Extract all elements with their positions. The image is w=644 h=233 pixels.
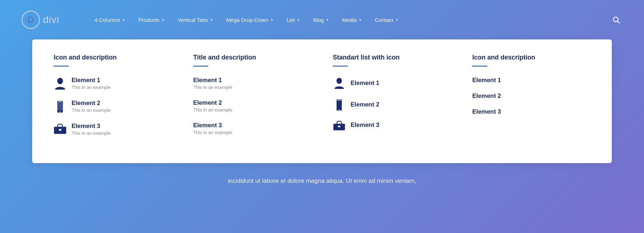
header: D divi 4 Columns ▼ Products ▼ Vertical T… — [0, 0, 644, 39]
list-item[interactable]: Element 1 This in an example — [54, 77, 171, 90]
col4-divider — [472, 66, 487, 67]
svg-line-1 — [618, 21, 619, 23]
chevron-down-icon: ▼ — [270, 18, 274, 22]
nav-item-blog[interactable]: Blog ▼ — [307, 14, 336, 26]
svg-rect-9 — [54, 127, 66, 129]
col3-title: Standart list with icon — [333, 54, 450, 61]
logo-circle: D — [21, 10, 40, 29]
main-nav: 4 Columns ▼ Products ▼ Vertical Tabs ▼ M… — [88, 14, 610, 26]
dropdown-container: Icon and description Element 1 This in a… — [0, 39, 644, 163]
col4-title: Icon and description — [472, 54, 590, 61]
item-text: Element 1 This in an example — [72, 77, 111, 90]
nav-item-list[interactable]: List ▼ — [280, 14, 307, 26]
svg-point-2 — [57, 78, 63, 84]
chevron-down-icon: ▼ — [358, 18, 362, 22]
svg-rect-5 — [58, 101, 62, 102]
list-item[interactable]: Element 3 This in an example — [54, 123, 171, 136]
phone-icon — [333, 98, 346, 111]
item-text: Element 1 This in an example — [193, 77, 232, 90]
list-item[interactable]: Element 3 This in an example — [193, 122, 311, 135]
svg-rect-10 — [59, 129, 61, 131]
dropdown-panel: Icon and description Element 1 This in a… — [32, 39, 612, 163]
svg-point-15 — [338, 109, 340, 110]
phone-icon — [54, 100, 67, 113]
col2-title: Title and description — [193, 54, 311, 61]
list-item[interactable]: Element 2 — [333, 98, 450, 111]
footer-text: incididunt ut labore et dolore magna ali… — [228, 177, 416, 184]
chevron-down-icon: ▼ — [297, 18, 300, 22]
list-item[interactable]: Element 3 — [472, 108, 590, 115]
col3-divider — [333, 66, 348, 67]
list-item[interactable]: Element 2 — [472, 92, 590, 100]
nav-item-media[interactable]: Media ▼ — [336, 14, 369, 26]
chevron-down-icon: ▼ — [161, 18, 165, 22]
svg-rect-14 — [337, 100, 341, 101]
svg-point-6 — [59, 111, 60, 113]
dropdown-col-1: Icon and description Element 1 This in a… — [50, 54, 182, 145]
item-text: Element 3 This in an example — [193, 122, 232, 135]
nav-item-contact[interactable]: Contact ▼ — [369, 14, 405, 26]
footer-bar: incididunt ut labore et dolore magna ali… — [0, 174, 644, 188]
search-icon — [612, 16, 620, 24]
list-item[interactable]: Element 3 — [333, 120, 450, 130]
list-item[interactable]: Element 2 This in an example — [54, 100, 171, 113]
nav-item-4columns[interactable]: 4 Columns ▼ — [88, 14, 132, 26]
logo[interactable]: D divi — [21, 10, 59, 29]
dropdown-col-4: Icon and description Element 1 Element 2… — [462, 54, 594, 145]
svg-point-11 — [337, 78, 342, 84]
briefcase-icon — [54, 123, 67, 134]
col1-title: Icon and description — [54, 54, 171, 61]
nav-item-products[interactable]: Products ▼ — [132, 14, 171, 26]
search-button[interactable] — [610, 13, 623, 26]
item-text: Element 2 This in an example — [72, 100, 111, 113]
svg-rect-12 — [336, 99, 342, 111]
person-icon — [54, 77, 67, 90]
dropdown-col-3: Standart list with icon Element 1 — [322, 54, 462, 145]
item-text: Element 3 This in an example — [72, 123, 111, 136]
chevron-down-icon: ▼ — [210, 18, 214, 22]
list-item[interactable]: Element 1 — [333, 77, 450, 90]
nav-item-vertical-tabs[interactable]: Vertical Tabs ▼ — [171, 14, 220, 26]
briefcase-icon — [333, 120, 346, 130]
item-text: Element 2 This in an example — [193, 99, 232, 113]
logo-name: divi — [43, 14, 59, 25]
col1-divider — [54, 66, 69, 67]
col2-divider — [193, 66, 208, 67]
list-item[interactable]: Element 1 — [472, 77, 590, 84]
list-item[interactable]: Element 2 This in an example — [193, 99, 311, 113]
svg-rect-18 — [338, 126, 341, 127]
dropdown-col-2: Title and description Element 1 This in … — [182, 54, 322, 145]
svg-rect-7 — [58, 103, 63, 110]
person-icon — [333, 77, 346, 90]
list-item[interactable]: Element 1 This in an example — [193, 77, 311, 90]
chevron-down-icon: ▼ — [395, 18, 399, 22]
chevron-down-icon: ▼ — [326, 18, 329, 22]
chevron-down-icon: ▼ — [122, 18, 126, 22]
logo-letter: D — [28, 14, 34, 25]
svg-rect-17 — [333, 124, 345, 126]
nav-item-mega-dropdown[interactable]: Mega Drop-Down ▼ — [220, 14, 280, 26]
